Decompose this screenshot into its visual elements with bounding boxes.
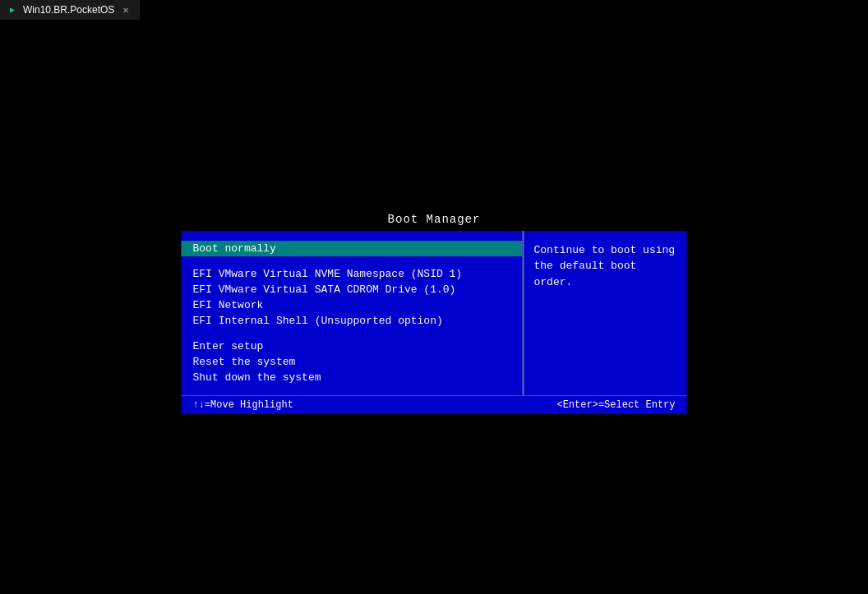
status-select: <Enter>=Select Entry <box>556 399 675 411</box>
menu-spacer <box>182 256 523 266</box>
menu-item[interactable]: EFI VMware Virtual SATA CDROM Drive (1.0… <box>182 282 523 297</box>
title-bar: ▶ Win10.BR.PocketOS ✕ <box>0 0 140 20</box>
boot-manager: Boot Manager Boot normallyEFI VMware Vir… <box>182 213 687 414</box>
menu-item[interactable]: Reset the system <box>182 354 523 370</box>
menu-panel: Boot normallyEFI VMware Virtual NVME Nam… <box>182 231 523 395</box>
menu-spacer <box>182 329 523 338</box>
boot-manager-title: Boot Manager <box>388 213 481 226</box>
menu-item[interactable]: EFI VMware Virtual NVME Namespace (NSID … <box>182 266 523 282</box>
status-bar: ↑↓=Move Highlight <Enter>=Select Entry <box>182 395 687 414</box>
description-text: Continue to boot using the default boot … <box>534 244 676 288</box>
app-icon: ▶ <box>7 4 18 16</box>
boot-manager-body: Boot normallyEFI VMware Virtual NVME Nam… <box>182 231 687 395</box>
menu-item[interactable]: EFI Internal Shell (Unsupported option) <box>182 313 523 329</box>
status-move: ↑↓=Move Highlight <box>193 399 293 411</box>
menu-item[interactable]: Boot normally <box>182 241 523 256</box>
menu-item[interactable]: EFI Network <box>182 297 523 313</box>
close-button[interactable]: ✕ <box>122 4 128 16</box>
window-title: Win10.BR.PocketOS <box>23 4 114 16</box>
menu-item[interactable]: Shut down the system <box>182 370 523 385</box>
menu-item[interactable]: Enter setup <box>182 338 523 354</box>
description-panel: Continue to boot using the default boot … <box>523 231 687 395</box>
